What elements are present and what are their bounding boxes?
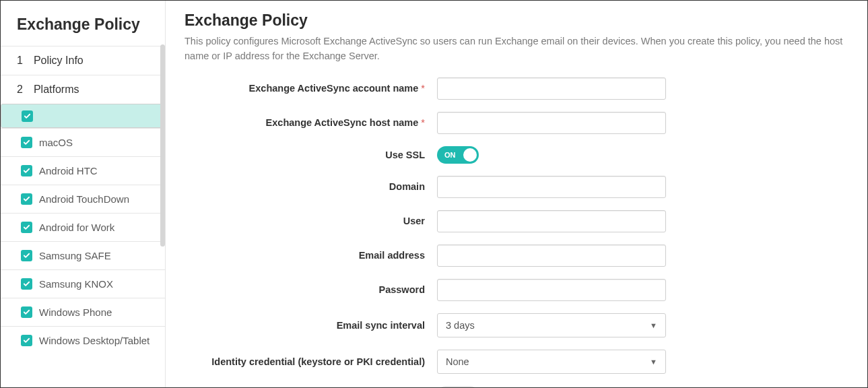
- select-value: None: [446, 356, 469, 367]
- checkbox-icon[interactable]: [21, 193, 32, 205]
- step-label: Platforms: [34, 84, 79, 96]
- email-input[interactable]: [437, 245, 666, 267]
- sidebar-item-label: Windows Phone: [39, 306, 112, 318]
- user-input[interactable]: [437, 210, 666, 232]
- caret-down-icon: ▼: [650, 358, 657, 366]
- account-name-input[interactable]: [437, 77, 666, 100]
- sidebar-item-label: Samsung SAFE: [39, 250, 111, 261]
- sidebar-item-samsung-knox[interactable]: Samsung KNOX: [1, 269, 165, 298]
- label-host-name: Exchange ActiveSync host name *: [185, 117, 437, 128]
- move-between-toggle[interactable]: OFF: [437, 386, 479, 387]
- toggle-state-label: ON: [444, 151, 456, 159]
- label-password: Password: [185, 284, 437, 295]
- sidebar-item-label: Android for Work: [39, 222, 114, 233]
- main-panel: Exchange Policy This policy configures M…: [166, 1, 867, 387]
- checkbox-icon[interactable]: [22, 110, 33, 122]
- sidebar-step-platforms[interactable]: 2 Platforms: [1, 75, 165, 104]
- sidebar-item-label: macOS: [39, 137, 73, 148]
- sidebar-item-android-htc[interactable]: Android HTC: [1, 156, 165, 185]
- checkbox-icon[interactable]: [21, 137, 32, 148]
- password-input[interactable]: [437, 279, 666, 301]
- host-name-input[interactable]: [437, 112, 666, 134]
- sync-interval-select[interactable]: 3 days ▼: [437, 313, 666, 337]
- label-user: User: [185, 216, 437, 226]
- sidebar-item-label: Android HTC: [39, 165, 98, 176]
- checkbox-icon[interactable]: [21, 278, 32, 290]
- checkbox-icon[interactable]: [21, 250, 32, 261]
- domain-input[interactable]: [437, 176, 666, 198]
- sidebar-item-windows-phone[interactable]: Windows Phone: [1, 298, 165, 326]
- sidebar-item-label: Windows Desktop/Tablet: [39, 335, 149, 346]
- caret-down-icon: ▼: [650, 321, 657, 329]
- label-identity-credential: Identity credential (keystore or PKI cre…: [185, 356, 437, 367]
- sidebar-step-policy-info[interactable]: 1 Policy Info: [1, 46, 165, 75]
- step-number: 1: [17, 55, 23, 67]
- sidebar-item-android-for-work[interactable]: Android for Work: [1, 213, 165, 241]
- step-number: 2: [17, 84, 23, 96]
- label-domain: Domain: [185, 181, 437, 192]
- checkbox-icon[interactable]: [21, 165, 32, 176]
- select-value: 3 days: [446, 320, 475, 331]
- sidebar-item-label: Samsung KNOX: [39, 278, 113, 290]
- sidebar-item-samsung-safe[interactable]: Samsung SAFE: [1, 241, 165, 269]
- toggle-knob: [463, 148, 477, 162]
- sidebar: Exchange Policy 1 Policy Info 2 Platform…: [1, 1, 166, 387]
- page-description: This policy configures Microsoft Exchang…: [185, 34, 844, 64]
- label-account-name: Exchange ActiveSync account name *: [185, 83, 437, 94]
- checkbox-icon[interactable]: [21, 335, 32, 346]
- sidebar-item-label: Android TouchDown: [39, 193, 129, 205]
- scrollbar[interactable]: [160, 44, 165, 247]
- label-sync-interval: Email sync interval: [185, 320, 437, 331]
- checkbox-icon[interactable]: [21, 306, 32, 318]
- use-ssl-toggle[interactable]: ON: [437, 146, 479, 164]
- label-email: Email address: [185, 250, 437, 261]
- sidebar-item-windows-desktop[interactable]: Windows Desktop/Tablet: [1, 326, 165, 354]
- checkbox-icon[interactable]: [21, 222, 32, 233]
- identity-credential-select[interactable]: None ▼: [437, 350, 666, 374]
- sidebar-item-ios[interactable]: iOS: [1, 104, 165, 128]
- form: Exchange ActiveSync account name * Excha…: [185, 77, 853, 387]
- label-use-ssl: Use SSL: [185, 150, 437, 160]
- sidebar-title: Exchange Policy: [1, 1, 165, 46]
- sidebar-item-macos[interactable]: macOS: [1, 128, 165, 156]
- sidebar-item-android-touchdown[interactable]: Android TouchDown: [1, 185, 165, 213]
- step-label: Policy Info: [34, 55, 84, 67]
- page-title: Exchange Policy: [185, 11, 853, 30]
